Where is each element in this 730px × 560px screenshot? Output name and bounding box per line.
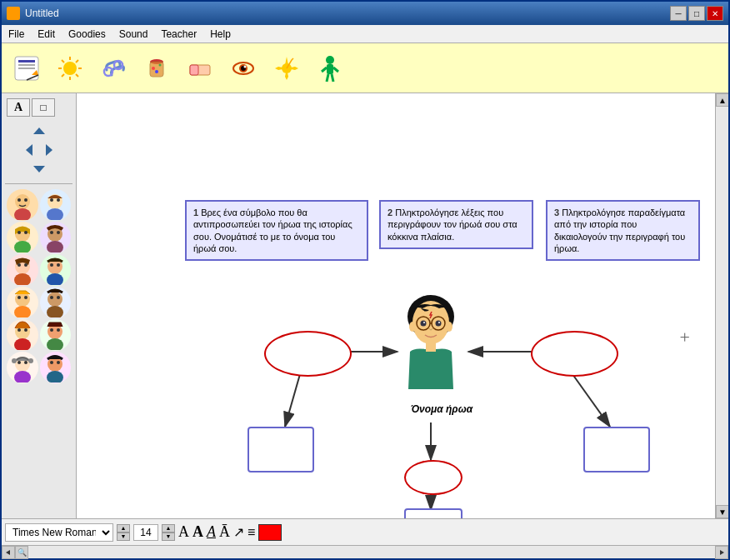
bottom-scrollbar: 🔍: [2, 545, 728, 558]
font-up-button[interactable]: ▲: [117, 524, 130, 532]
svg-line-14: [62, 74, 64, 77]
size-up-button[interactable]: ▲: [162, 524, 175, 532]
color-picker[interactable]: [258, 524, 282, 541]
nav-left-button[interactable]: [20, 141, 38, 159]
eraser-tool-button[interactable]: [182, 50, 218, 87]
avatar-10[interactable]: [40, 319, 72, 351]
menu-goodies[interactable]: Goodies: [62, 27, 112, 42]
sidebar: A □: [2, 93, 77, 518]
avatar-7[interactable]: [7, 287, 38, 318]
svg-point-20: [159, 63, 162, 66]
avatar-4[interactable]: [40, 222, 72, 253]
avatar-8[interactable]: [40, 287, 72, 318]
svg-point-102: [436, 321, 442, 327]
window-title: Untitled: [25, 8, 670, 19]
svg-point-67: [48, 292, 62, 307]
bottom-rect[interactable]: [404, 508, 462, 518]
avatar-9[interactable]: [7, 319, 38, 351]
font-italic-button[interactable]: A: [207, 523, 216, 541]
figure-tool-button[interactable]: [312, 50, 348, 87]
svg-rect-1: [18, 60, 35, 62]
svg-point-78: [57, 328, 60, 332]
nav-up-button[interactable]: [30, 122, 48, 140]
justify-button[interactable]: ≡: [248, 525, 255, 540]
svg-point-41: [18, 198, 21, 202]
crosshair-cursor: +: [680, 327, 690, 348]
size-down-button[interactable]: ▼: [162, 532, 175, 541]
menu-edit[interactable]: Edit: [31, 27, 62, 42]
bottom-toolbar: Times New Roman Arial Courier New ▲ ▼ ▲ …: [2, 518, 728, 545]
svg-point-70: [57, 296, 60, 299]
svg-point-42: [24, 198, 28, 202]
menu-file[interactable]: File: [2, 27, 31, 42]
svg-point-48: [14, 241, 31, 252]
left-rect[interactable]: [248, 427, 314, 472]
nav-right-button[interactable]: [40, 141, 58, 159]
text-box-button[interactable]: □: [32, 98, 55, 117]
canvas-area[interactable]: 1 Βρες ένα σύμβολο που θα αντιπροσωπεύει…: [77, 93, 715, 518]
svg-point-19: [152, 67, 155, 70]
left-oval[interactable]: [264, 331, 352, 377]
scroll-left-button[interactable]: [2, 546, 15, 559]
svg-point-84: [28, 358, 33, 363]
avatar-12[interactable]: [40, 352, 72, 383]
svg-point-76: [47, 338, 63, 350]
nav-down-button[interactable]: [30, 160, 48, 178]
svg-rect-107: [426, 343, 436, 352]
text-tool-button[interactable]: A: [7, 98, 30, 117]
sun-tool-button[interactable]: [52, 50, 88, 87]
svg-point-39: [15, 194, 30, 209]
scroll-up-button[interactable]: ▲: [716, 93, 728, 107]
scroll-magnify-button[interactable]: 🔍: [15, 546, 28, 559]
menu-help[interactable]: Help: [203, 27, 238, 42]
svg-point-54: [57, 231, 60, 234]
sparkle-tool-button[interactable]: [268, 50, 305, 87]
format-buttons: A A A Ā ↗ ≡: [178, 523, 255, 541]
svg-point-101: [421, 321, 427, 327]
bottom-oval[interactable]: [404, 460, 462, 495]
svg-point-21: [155, 70, 158, 73]
avatar-6[interactable]: [40, 254, 72, 286]
avatar-5[interactable]: [7, 254, 38, 286]
scroll-right-button[interactable]: [715, 546, 728, 559]
avatar-11[interactable]: [7, 352, 38, 383]
svg-point-65: [18, 296, 21, 299]
font-selector[interactable]: Times New Roman Arial Courier New: [5, 523, 113, 542]
svg-point-52: [47, 241, 63, 252]
eyes-tool-button[interactable]: [225, 50, 262, 87]
avatar-2[interactable]: [40, 189, 72, 221]
minimize-button[interactable]: ─: [670, 6, 687, 21]
instruction-num-3: 3: [554, 208, 559, 218]
align-button[interactable]: ↗: [233, 524, 244, 540]
font-normal-button[interactable]: A: [178, 523, 189, 541]
link-tool-button[interactable]: [95, 50, 132, 87]
instruction-box-2: 2 Πληκτρολόγησε λέξεις που περιγράφουν τ…: [379, 200, 533, 249]
title-bar: Untitled ─ □ ✕: [2, 2, 728, 25]
jar-tool-button[interactable]: [138, 50, 175, 87]
right-scrollbar[interactable]: ▲ ▼: [715, 93, 728, 518]
character-figure[interactable]: [393, 293, 468, 393]
instruction-num-1: 1: [193, 208, 198, 218]
svg-point-60: [47, 273, 63, 285]
edit-tool-button[interactable]: [8, 50, 45, 87]
svg-marker-35: [33, 128, 45, 134]
svg-point-61: [50, 263, 53, 267]
font-size-input[interactable]: [133, 524, 158, 541]
close-button[interactable]: ✕: [707, 6, 723, 21]
font-down-button[interactable]: ▼: [117, 532, 130, 541]
scroll-down-button[interactable]: ▼: [716, 505, 728, 518]
font-bold-button[interactable]: A: [192, 523, 203, 541]
right-oval[interactable]: [531, 331, 618, 377]
svg-marker-108: [6, 550, 10, 555]
menu-sound[interactable]: Sound: [112, 27, 155, 42]
right-rect[interactable]: [583, 427, 650, 472]
avatar-3[interactable]: [7, 222, 38, 253]
avatar-grid: [5, 188, 72, 385]
maximize-button[interactable]: □: [688, 6, 705, 21]
svg-point-68: [47, 306, 63, 318]
menu-teacher[interactable]: Teacher: [154, 27, 203, 42]
avatar-1[interactable]: [7, 189, 38, 221]
svg-point-27: [244, 65, 247, 68]
font-strikethrough-button[interactable]: Ā: [219, 523, 230, 541]
svg-point-44: [47, 208, 63, 220]
